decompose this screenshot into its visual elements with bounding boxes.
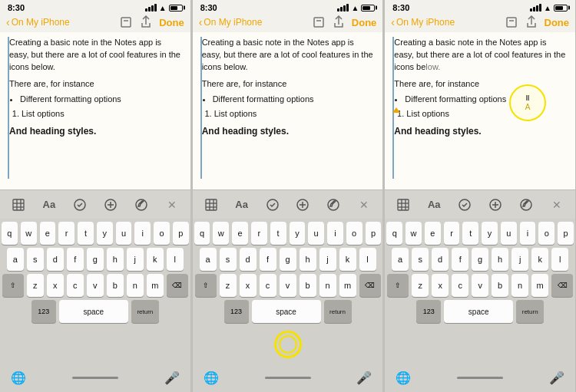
- key-k-3[interactable]: k: [531, 248, 548, 271]
- share-icon-3[interactable]: [525, 15, 538, 29]
- mic-icon-3[interactable]: 🎤: [549, 371, 564, 385]
- key-numbers-2[interactable]: 123: [224, 300, 249, 323]
- key-m-2[interactable]: m: [339, 274, 356, 297]
- key-r[interactable]: r: [58, 222, 74, 245]
- shutter-button[interactable]: [274, 331, 302, 358]
- key-z[interactable]: z: [27, 274, 44, 297]
- key-b[interactable]: b: [107, 274, 124, 297]
- table-icon-1[interactable]: [10, 196, 27, 213]
- key-shift-2[interactable]: ⇧: [195, 274, 217, 297]
- key-h[interactable]: h: [107, 248, 124, 271]
- key-space-2[interactable]: space: [252, 300, 321, 323]
- key-l-3[interactable]: l: [551, 248, 568, 271]
- key-e[interactable]: e: [40, 222, 56, 245]
- back-button-2[interactable]: ‹ On My iPhone: [199, 16, 312, 28]
- mic-icon-1[interactable]: 🎤: [164, 371, 180, 385]
- key-u-2[interactable]: u: [308, 222, 324, 245]
- checklist-icon-2[interactable]: [264, 196, 281, 213]
- compose-icon-1[interactable]: [119, 15, 133, 29]
- key-b-3[interactable]: b: [492, 274, 508, 297]
- key-return[interactable]: return: [131, 300, 159, 323]
- add-icon-1[interactable]: [102, 196, 119, 213]
- key-e-3[interactable]: e: [425, 222, 441, 245]
- key-i-3[interactable]: i: [520, 222, 536, 245]
- key-g-2[interactable]: g: [280, 248, 296, 271]
- add-icon-2[interactable]: [294, 196, 311, 213]
- key-return-3[interactable]: return: [516, 300, 544, 323]
- key-n-2[interactable]: n: [319, 274, 336, 297]
- add-icon-3[interactable]: [487, 196, 504, 213]
- pencil-icon-3[interactable]: [518, 196, 535, 213]
- key-f[interactable]: f: [67, 248, 84, 271]
- key-a-3[interactable]: a: [392, 248, 409, 271]
- key-d-3[interactable]: d: [432, 248, 449, 271]
- key-s-2[interactable]: s: [220, 248, 237, 271]
- key-q-3[interactable]: q: [386, 222, 402, 245]
- key-c-2[interactable]: c: [260, 274, 276, 297]
- key-q-2[interactable]: q: [194, 222, 210, 245]
- globe-icon-3[interactable]: 🌐: [396, 371, 411, 385]
- format-icon-1[interactable]: Aa: [41, 196, 58, 213]
- key-w-2[interactable]: w: [213, 222, 229, 245]
- key-z-3[interactable]: z: [412, 274, 429, 297]
- key-y[interactable]: y: [97, 222, 113, 245]
- mic-icon-2[interactable]: 🎤: [356, 371, 372, 385]
- back-button-1[interactable]: ‹ On My iPhone: [6, 16, 119, 28]
- share-icon-1[interactable]: [139, 15, 153, 29]
- close-icon-2[interactable]: ✕: [356, 196, 372, 213]
- compose-icon-2[interactable]: [312, 15, 326, 29]
- share-icon-2[interactable]: [332, 15, 346, 29]
- done-button-2[interactable]: Done: [352, 17, 377, 28]
- key-z-2[interactable]: z: [220, 274, 237, 297]
- format-icon-3[interactable]: Aa: [425, 196, 442, 213]
- key-e-2[interactable]: e: [232, 222, 248, 245]
- back-button-3[interactable]: ‹ On My iPhone: [391, 16, 504, 28]
- key-space-3[interactable]: space: [444, 300, 513, 323]
- key-c[interactable]: c: [67, 274, 84, 297]
- key-s-3[interactable]: s: [412, 248, 429, 271]
- key-space[interactable]: space: [59, 300, 128, 323]
- key-backspace[interactable]: ⌫: [167, 274, 188, 297]
- key-o[interactable]: o: [154, 222, 170, 245]
- key-p-3[interactable]: p: [558, 222, 574, 245]
- key-b-2[interactable]: b: [300, 274, 316, 297]
- compose-icon-3[interactable]: [505, 15, 518, 29]
- key-s[interactable]: s: [27, 248, 44, 271]
- key-r-2[interactable]: r: [251, 222, 267, 245]
- key-p[interactable]: p: [173, 222, 189, 245]
- checklist-icon-3[interactable]: [456, 196, 473, 213]
- key-r-3[interactable]: r: [444, 222, 460, 245]
- done-button-3[interactable]: Done: [545, 17, 570, 28]
- key-f-3[interactable]: f: [452, 248, 468, 271]
- key-shift-3[interactable]: ⇧: [387, 274, 409, 297]
- pencil-icon-1[interactable]: [133, 196, 150, 213]
- key-g-3[interactable]: g: [472, 248, 488, 271]
- key-return-2[interactable]: return: [324, 300, 352, 323]
- key-o-2[interactable]: o: [346, 222, 362, 245]
- key-i[interactable]: i: [134, 222, 151, 245]
- key-c-3[interactable]: c: [452, 274, 468, 297]
- key-v[interactable]: v: [87, 274, 104, 297]
- key-numbers[interactable]: 123: [31, 300, 56, 323]
- key-t-2[interactable]: t: [270, 222, 286, 245]
- key-h-3[interactable]: h: [492, 248, 508, 271]
- key-h-2[interactable]: h: [300, 248, 316, 271]
- key-x-3[interactable]: x: [432, 274, 449, 297]
- key-w-3[interactable]: w: [406, 222, 422, 245]
- key-q[interactable]: q: [2, 222, 18, 245]
- key-d[interactable]: d: [47, 248, 64, 271]
- key-y-3[interactable]: y: [482, 222, 498, 245]
- done-button-1[interactable]: Done: [159, 17, 184, 28]
- key-a[interactable]: a: [7, 248, 24, 271]
- key-w[interactable]: w: [21, 222, 37, 245]
- key-k-2[interactable]: k: [339, 248, 356, 271]
- key-shift[interactable]: ⇧: [2, 274, 24, 297]
- key-d-2[interactable]: d: [240, 248, 257, 271]
- key-j-2[interactable]: j: [319, 248, 336, 271]
- key-a-2[interactable]: a: [200, 248, 217, 271]
- key-x[interactable]: x: [47, 274, 64, 297]
- key-t-3[interactable]: t: [462, 222, 478, 245]
- key-backspace-3[interactable]: ⌫: [551, 274, 573, 297]
- close-icon-3[interactable]: ✕: [548, 196, 565, 213]
- key-f-2[interactable]: f: [260, 248, 276, 271]
